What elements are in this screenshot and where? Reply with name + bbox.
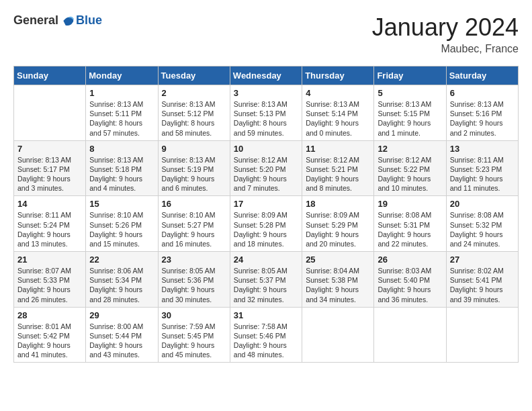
title-block: January 2024 Maubec, France [372, 13, 519, 55]
header-sunday: Sunday [14, 66, 86, 85]
calendar-cell: 18Sunrise: 8:09 AM Sunset: 5:29 PM Dayli… [302, 196, 374, 252]
day-number: 6 [450, 88, 515, 98]
logo-icon [61, 14, 75, 28]
cell-content: Sunrise: 7:58 AM Sunset: 5:46 PM Dayligh… [234, 322, 298, 360]
calendar-cell: 2Sunrise: 8:13 AM Sunset: 5:12 PM Daylig… [158, 85, 230, 141]
calendar-cell [302, 307, 374, 363]
cell-content: Sunrise: 8:04 AM Sunset: 5:38 PM Dayligh… [306, 266, 370, 304]
day-number: 5 [378, 88, 442, 98]
week-row-5: 28Sunrise: 8:01 AM Sunset: 5:42 PM Dayli… [14, 307, 519, 363]
day-number: 9 [162, 144, 226, 154]
day-number: 2 [162, 88, 226, 98]
day-number: 28 [17, 310, 82, 320]
calendar-cell: 22Sunrise: 8:06 AM Sunset: 5:34 PM Dayli… [86, 252, 158, 308]
cell-content: Sunrise: 8:12 AM Sunset: 5:21 PM Dayligh… [306, 155, 370, 193]
header-saturday: Saturday [446, 66, 518, 85]
day-number: 25 [306, 255, 370, 265]
calendar-cell: 9Sunrise: 8:13 AM Sunset: 5:19 PM Daylig… [158, 140, 230, 196]
calendar-cell [374, 307, 446, 363]
cell-content: Sunrise: 8:13 AM Sunset: 5:19 PM Dayligh… [162, 155, 226, 193]
day-number: 4 [306, 88, 370, 98]
calendar-cell: 6Sunrise: 8:13 AM Sunset: 5:16 PM Daylig… [446, 85, 518, 141]
calendar-table: SundayMondayTuesdayWednesdayThursdayFrid… [13, 66, 519, 363]
header-wednesday: Wednesday [230, 66, 302, 85]
calendar-cell: 13Sunrise: 8:11 AM Sunset: 5:23 PM Dayli… [446, 140, 518, 196]
cell-content: Sunrise: 8:13 AM Sunset: 5:12 PM Dayligh… [162, 99, 226, 138]
calendar-cell: 14Sunrise: 8:11 AM Sunset: 5:24 PM Dayli… [14, 196, 86, 252]
calendar-cell: 4Sunrise: 8:13 AM Sunset: 5:14 PM Daylig… [302, 85, 374, 141]
day-number: 15 [89, 199, 154, 209]
day-number: 1 [89, 88, 154, 98]
calendar-cell: 16Sunrise: 8:10 AM Sunset: 5:27 PM Dayli… [158, 196, 230, 252]
cell-content: Sunrise: 8:02 AM Sunset: 5:41 PM Dayligh… [450, 266, 515, 304]
cell-content: Sunrise: 8:00 AM Sunset: 5:44 PM Dayligh… [89, 322, 154, 360]
logo-blue-text: Blue [76, 13, 102, 28]
day-number: 22 [89, 255, 154, 265]
logo-general-text: General [13, 13, 58, 28]
day-number: 27 [450, 255, 515, 265]
header-friday: Friday [374, 66, 446, 85]
cell-content: Sunrise: 8:09 AM Sunset: 5:29 PM Dayligh… [306, 210, 370, 248]
header-thursday: Thursday [302, 66, 374, 85]
calendar-cell: 24Sunrise: 8:05 AM Sunset: 5:37 PM Dayli… [230, 252, 302, 308]
cell-content: Sunrise: 8:03 AM Sunset: 5:40 PM Dayligh… [378, 266, 442, 304]
calendar-cell: 7Sunrise: 8:13 AM Sunset: 5:17 PM Daylig… [14, 140, 86, 196]
day-number: 23 [162, 255, 226, 265]
day-number: 7 [17, 144, 82, 154]
day-number: 21 [17, 255, 82, 265]
calendar-cell [446, 307, 518, 363]
calendar-cell: 1Sunrise: 8:13 AM Sunset: 5:11 PM Daylig… [86, 85, 158, 141]
cell-content: Sunrise: 8:13 AM Sunset: 5:15 PM Dayligh… [378, 99, 442, 138]
calendar-cell: 28Sunrise: 8:01 AM Sunset: 5:42 PM Dayli… [14, 307, 86, 363]
calendar-cell: 25Sunrise: 8:04 AM Sunset: 5:38 PM Dayli… [302, 252, 374, 308]
calendar-cell: 31Sunrise: 7:58 AM Sunset: 5:46 PM Dayli… [230, 307, 302, 363]
cell-content: Sunrise: 8:13 AM Sunset: 5:11 PM Dayligh… [89, 99, 154, 138]
week-row-4: 21Sunrise: 8:07 AM Sunset: 5:33 PM Dayli… [14, 252, 519, 308]
cell-content: Sunrise: 8:10 AM Sunset: 5:27 PM Dayligh… [162, 210, 226, 248]
cell-content: Sunrise: 8:10 AM Sunset: 5:26 PM Dayligh… [89, 210, 154, 248]
day-number: 11 [306, 144, 370, 154]
calendar-cell [14, 85, 86, 141]
day-number: 20 [450, 199, 515, 209]
calendar-cell: 8Sunrise: 8:13 AM Sunset: 5:18 PM Daylig… [86, 140, 158, 196]
day-number: 16 [162, 199, 226, 209]
cell-content: Sunrise: 8:08 AM Sunset: 5:32 PM Dayligh… [450, 210, 515, 248]
day-number: 8 [89, 144, 154, 154]
calendar-cell: 17Sunrise: 8:09 AM Sunset: 5:28 PM Dayli… [230, 196, 302, 252]
week-row-2: 7Sunrise: 8:13 AM Sunset: 5:17 PM Daylig… [14, 140, 519, 196]
cell-content: Sunrise: 8:13 AM Sunset: 5:13 PM Dayligh… [234, 99, 298, 138]
calendar-cell: 26Sunrise: 8:03 AM Sunset: 5:40 PM Dayli… [374, 252, 446, 308]
cell-content: Sunrise: 8:13 AM Sunset: 5:18 PM Dayligh… [89, 155, 154, 193]
cell-content: Sunrise: 8:11 AM Sunset: 5:23 PM Dayligh… [450, 155, 515, 193]
logo: General Blue [13, 13, 102, 28]
month-title: January 2024 [372, 13, 519, 42]
cell-content: Sunrise: 8:01 AM Sunset: 5:42 PM Dayligh… [17, 322, 82, 360]
cell-content: Sunrise: 8:13 AM Sunset: 5:16 PM Dayligh… [450, 99, 515, 138]
calendar-body: 1Sunrise: 8:13 AM Sunset: 5:11 PM Daylig… [14, 85, 519, 363]
cell-content: Sunrise: 8:05 AM Sunset: 5:37 PM Dayligh… [234, 266, 298, 304]
day-number: 12 [378, 144, 442, 154]
cell-content: Sunrise: 8:05 AM Sunset: 5:36 PM Dayligh… [162, 266, 226, 304]
header-tuesday: Tuesday [158, 66, 230, 85]
day-number: 24 [234, 255, 298, 265]
day-number: 19 [378, 199, 442, 209]
calendar-cell: 5Sunrise: 8:13 AM Sunset: 5:15 PM Daylig… [374, 85, 446, 141]
day-number: 17 [234, 199, 298, 209]
day-number: 29 [89, 310, 154, 320]
calendar-cell: 10Sunrise: 8:12 AM Sunset: 5:20 PM Dayli… [230, 140, 302, 196]
cell-content: Sunrise: 8:06 AM Sunset: 5:34 PM Dayligh… [89, 266, 154, 304]
calendar-cell: 19Sunrise: 8:08 AM Sunset: 5:31 PM Dayli… [374, 196, 446, 252]
week-row-1: 1Sunrise: 8:13 AM Sunset: 5:11 PM Daylig… [14, 85, 519, 141]
calendar-cell: 29Sunrise: 8:00 AM Sunset: 5:44 PM Dayli… [86, 307, 158, 363]
calendar-cell: 27Sunrise: 8:02 AM Sunset: 5:41 PM Dayli… [446, 252, 518, 308]
day-number: 26 [378, 255, 442, 265]
cell-content: Sunrise: 8:12 AM Sunset: 5:20 PM Dayligh… [234, 155, 298, 193]
week-row-3: 14Sunrise: 8:11 AM Sunset: 5:24 PM Dayli… [14, 196, 519, 252]
calendar-cell: 3Sunrise: 8:13 AM Sunset: 5:13 PM Daylig… [230, 85, 302, 141]
cell-content: Sunrise: 8:07 AM Sunset: 5:33 PM Dayligh… [17, 266, 82, 304]
header-monday: Monday [86, 66, 158, 85]
cell-content: Sunrise: 8:12 AM Sunset: 5:22 PM Dayligh… [378, 155, 442, 193]
day-number: 18 [306, 199, 370, 209]
day-number: 30 [162, 310, 226, 320]
day-number: 10 [234, 144, 298, 154]
